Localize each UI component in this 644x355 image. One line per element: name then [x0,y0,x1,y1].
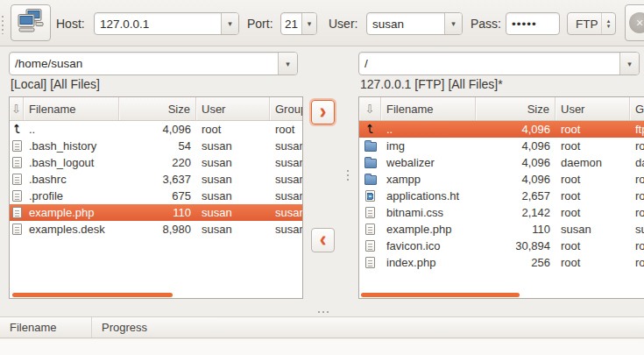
file-row[interactable]: xampp 4,096 root root [359,171,644,188]
toolbar-grip[interactable] [1,15,5,34]
file-row[interactable]: .bash_history 54 susan susan [10,138,302,154]
file-group: root [630,139,644,153]
size-column-header[interactable]: Size [476,97,556,120]
file-name: index.php [381,256,476,269]
file-name: webalizer [381,156,476,169]
host-input[interactable] [95,13,221,34]
file-name: .bashrc [24,173,119,186]
file-user: root [556,256,630,269]
local-status-label: [Local] [All Files] [11,77,100,91]
file-group: susan [630,223,644,236]
local-path-dropdown-button[interactable]: ▾ [278,53,297,75]
file-size: 220 [119,156,196,169]
remote-path-input[interactable] [359,53,619,75]
file-icon [365,224,375,235]
file-icon [12,140,22,152]
port-combo: ▾ [280,12,317,35]
queue-filename-column-header[interactable]: Filename [0,317,92,337]
filename-column-header[interactable]: Filename [381,97,476,120]
file-row[interactable]: index.php 256 root root [359,254,644,271]
size-column-header[interactable]: Size [119,97,196,120]
transfer-to-remote-button[interactable]: › [311,100,335,124]
file-size: 4,096 [476,123,556,136]
transfer-queue-header: Filename Progress [0,316,644,338]
file-group: root [630,206,644,219]
sort-descending-icon: ⇩ [365,103,375,116]
file-row[interactable]: favicon.ico 30,894 root root [359,238,644,254]
local-path-input[interactable] [10,53,278,75]
file-user: root [556,173,630,186]
file-size: 30,894 [476,239,556,252]
file-name: applications.ht [381,189,476,202]
queue-divider-grip[interactable] [317,310,330,314]
file-user: root [556,139,630,153]
queue-progress-column-header[interactable]: Progress [92,317,157,337]
file-row[interactable]: examples.desk 8,980 susan susan [10,221,302,238]
file-row[interactable]: .bash_logout 220 susan susan [10,154,302,171]
remote-horizontal-scrollbar[interactable] [361,293,520,297]
group-column-header[interactable]: Group [630,97,644,120]
connect-computers-icon [17,8,45,38]
file-name: .. [24,123,119,136]
file-icon [12,207,22,218]
port-input[interactable] [281,13,301,34]
file-row[interactable]: img 4,096 root root [359,138,644,154]
transfer-to-local-button[interactable]: ‹ [311,228,335,252]
file-user: susan [196,189,270,202]
filename-column-header[interactable]: Filename [24,97,119,120]
file-group: daemon [630,156,644,169]
file-icon [12,190,22,202]
sort-column-header[interactable]: ⇩ [10,97,24,120]
host-label: Host: [56,17,85,31]
chevron-down-icon: ▾ [228,19,232,28]
file-user: root [556,206,630,219]
user-dropdown-button[interactable]: ▾ [444,13,462,34]
folder-icon [364,142,377,152]
file-user: susan [196,173,270,186]
group-column-header[interactable]: Group [270,97,302,120]
file-row[interactable]: example.php 110 susan susan [10,204,302,221]
local-horizontal-scrollbar[interactable] [12,293,173,297]
user-column-header[interactable]: User [556,97,630,120]
host-combo: ▾ [94,12,239,35]
disconnect-button[interactable]: ✕ [625,4,644,41]
file-row[interactable]: bitnami.css 2,142 root root [359,204,644,221]
local-file-list: ⇩ Filename Size User Group ⤴ .. 4,096 ro… [9,96,303,299]
pane-divider-grip[interactable] [346,169,350,183]
chevron-down-icon: ▾ [286,60,290,68]
file-size: 256 [476,256,556,269]
file-row[interactable]: .profile 675 susan susan [10,188,302,204]
host-dropdown-button[interactable]: ▾ [221,13,238,34]
file-row[interactable]: ⤴ .. 4,096 root root [10,121,302,138]
file-group: susan [270,139,302,153]
connect-button[interactable] [11,4,51,41]
user-input[interactable] [367,13,444,34]
file-row[interactable]: webalizer 4,096 daemon daemon [359,154,644,171]
protocol-spin-buttons[interactable]: ▴ ▾ [601,13,615,34]
protocol-spinner[interactable]: FTP ▴ ▾ [567,12,616,35]
up-arrow-icon: ⤴ [367,124,373,135]
pass-input[interactable] [506,13,559,34]
user-label: User: [329,17,357,31]
pass-entry [506,12,560,35]
file-size: 4,096 [476,156,556,169]
file-row[interactable]: .bashrc 3,637 susan susan [10,171,302,188]
sort-column-header[interactable]: ⇩ [359,97,381,120]
remote-path-dropdown-button[interactable]: ▾ [619,53,639,75]
file-icon [365,240,375,252]
file-group: root [630,239,644,252]
user-column-header[interactable]: User [196,97,270,120]
file-row[interactable]: ⤴ .. 4,096 root ftp [359,121,644,138]
file-size: 4,096 [476,173,556,186]
file-name: bitnami.css [381,206,476,219]
file-name: favicon.ico [381,239,476,252]
file-name: .bash_logout [24,156,119,169]
file-user: root [556,239,630,252]
file-row[interactable]: example.php 110 susan susan [359,221,644,238]
port-dropdown-button[interactable]: ▾ [301,13,316,34]
file-group: susan [270,206,302,219]
file-name: examples.desk [24,223,119,236]
file-row[interactable]: applications.ht 2,657 root root [359,188,644,204]
chevron-down-icon: ▾ [451,19,456,28]
html-file-icon [365,190,375,202]
